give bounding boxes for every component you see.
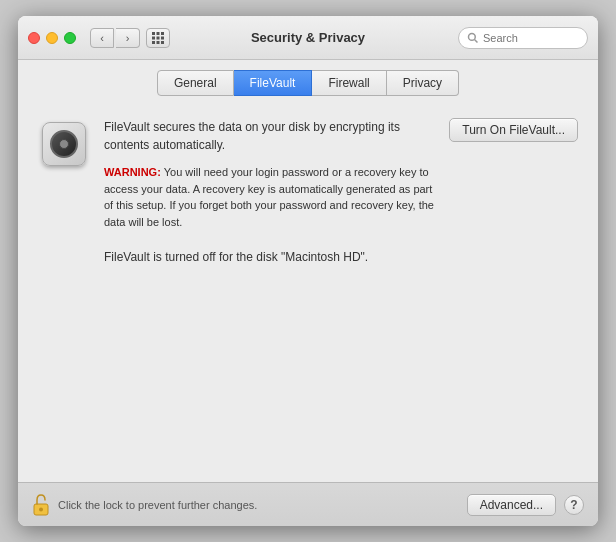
content-area: FileVault secures the data on your disk …: [18, 102, 598, 482]
filevault-text-area: FileVault secures the data on your disk …: [104, 118, 578, 264]
hdd-body: [42, 122, 86, 166]
filevault-status: FileVault is turned off for the disk "Ma…: [104, 250, 578, 264]
filevault-section: FileVault secures the data on your disk …: [38, 118, 578, 264]
main-window: ‹ › Security & Privacy: [18, 16, 598, 526]
forward-button[interactable]: ›: [116, 28, 140, 48]
svg-rect-0: [152, 32, 155, 35]
nav-buttons: ‹ ›: [90, 28, 140, 48]
svg-rect-8: [161, 41, 164, 44]
grid-button[interactable]: [146, 28, 170, 48]
svg-rect-1: [157, 32, 160, 35]
search-input[interactable]: [483, 32, 579, 44]
lock-label: Click the lock to prevent further change…: [58, 499, 257, 511]
tab-filevault[interactable]: FileVault: [234, 70, 313, 96]
hdd-inner: [59, 139, 69, 149]
svg-rect-4: [157, 36, 160, 39]
titlebar: ‹ › Security & Privacy: [18, 16, 598, 60]
svg-rect-2: [161, 32, 164, 35]
svg-rect-5: [161, 36, 164, 39]
traffic-lights: [28, 32, 76, 44]
close-button[interactable]: [28, 32, 40, 44]
turn-on-filevault-button[interactable]: Turn On FileVault...: [449, 118, 578, 142]
tabs-row: General FileVault Firewall Privacy: [18, 60, 598, 102]
warning-label: WARNING:: [104, 166, 161, 178]
lock-area[interactable]: Click the lock to prevent further change…: [32, 494, 257, 516]
hdd-circle: [50, 130, 78, 158]
svg-point-12: [39, 507, 43, 511]
svg-point-9: [469, 33, 476, 40]
turn-on-button-area: Turn On FileVault...: [449, 118, 578, 142]
tab-general[interactable]: General: [157, 70, 234, 96]
svg-line-10: [475, 39, 478, 42]
filevault-description: FileVault secures the data on your disk …: [104, 118, 439, 154]
svg-rect-6: [152, 41, 155, 44]
help-button[interactable]: ?: [564, 495, 584, 515]
maximize-button[interactable]: [64, 32, 76, 44]
svg-rect-7: [157, 41, 160, 44]
svg-rect-3: [152, 36, 155, 39]
search-icon: [467, 32, 479, 44]
tab-firewall[interactable]: Firewall: [312, 70, 386, 96]
back-button[interactable]: ‹: [90, 28, 114, 48]
minimize-button[interactable]: [46, 32, 58, 44]
tab-privacy[interactable]: Privacy: [387, 70, 459, 96]
bottom-right-actions: Advanced... ?: [467, 494, 584, 516]
filevault-icon: [38, 118, 90, 170]
lock-icon: [32, 494, 50, 516]
window-title: Security & Privacy: [251, 30, 365, 45]
search-box[interactable]: [458, 27, 588, 49]
warning-block: WARNING: You will need your login passwo…: [104, 164, 439, 230]
advanced-button[interactable]: Advanced...: [467, 494, 556, 516]
bottombar: Click the lock to prevent further change…: [18, 482, 598, 526]
